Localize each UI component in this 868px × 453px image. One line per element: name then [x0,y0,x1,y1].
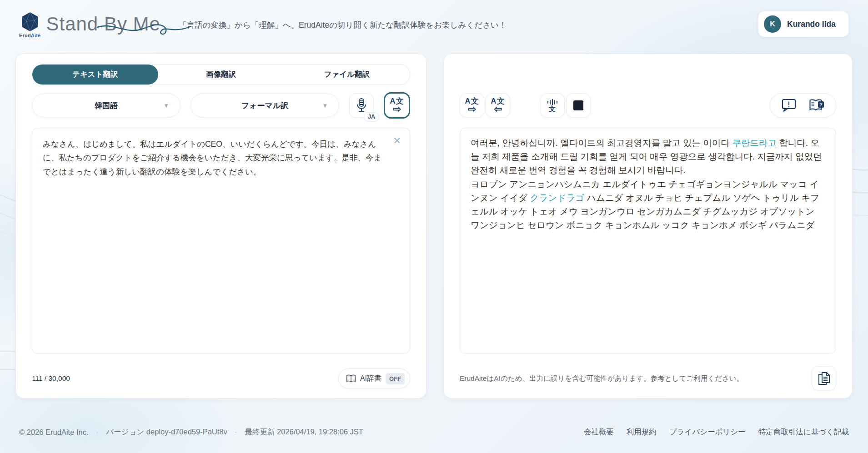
svg-text:?: ? [819,102,823,107]
guide-button[interactable]: ? [809,99,824,112]
copy-button[interactable] [812,366,836,391]
guide-book-icon: ? [809,99,824,112]
result-toolbar: A文 ⇨ A文 ⇦ [460,92,836,119]
source-text-area[interactable]: みなさん、はじめまして。私はエルダイトのCEO、いいだくらんどです。今日は、みな… [32,128,410,353]
tab-file-translate[interactable]: ファイル翻訳 [284,65,410,85]
chevron-down-icon: ▼ [322,102,328,109]
translate-forward-button[interactable]: A文 ⇨ [460,93,484,118]
logo: ErudAite Stand By Me [19,10,161,38]
source-panel: テキスト翻訳 画像翻訳 ファイル翻訳 韓国語 ▼ フォーマル訳 ▼ [15,54,426,398]
stop-button[interactable] [566,93,591,118]
dictionary-state-badge: OFF [386,373,405,384]
mic-language-badge: JA [364,112,379,121]
translation-output: 여러분, 안녕하십니까. 엘다이트의 최고경영자를 맡고 있는 이이다 쿠란드라… [460,128,836,353]
footer-link-privacy[interactable]: プライバシーポリシー [669,427,746,437]
tab-bar: テキスト翻訳 画像翻訳 ファイル翻訳 [32,64,410,85]
user-name: Kurando Iida [787,20,836,29]
ai-dictionary-toggle[interactable]: AI辞書 OFF [338,368,410,388]
translation-style-select[interactable]: フォーマル訳 ▼ [191,94,339,117]
app: ErudAite Stand By Me 「言語の変換」から「理解」へ。Erud… [0,0,868,453]
footer-link-terms[interactable]: 利用規約 [627,427,657,437]
logo-hexagon-icon [20,11,40,32]
tagline: 「言語の変換」から「理解」へ。ErudAiteの切り開く新たな翻訳体験をお楽しみ… [179,20,507,30]
feedback-bubble-icon [782,99,796,112]
avatar: K [764,15,781,33]
translate-forward-icon: A文 ⇨ [465,97,479,114]
translated-text: 여러분, 안녕하십니까. 엘다이트의 최고경영자를 맡고 있는 이이다 쿠란드라… [471,136,825,177]
app-title: Stand By Me [46,13,160,35]
highlighted-reading: クランドラゴ [530,193,585,203]
footer: © 2026 ErudAite Inc. · バージョン deploy-d70e… [0,418,868,453]
version: バージョン deploy-d70ed59-PaUt8v [106,427,227,437]
tab-text-translate[interactable]: テキスト翻訳 [32,65,158,85]
target-language-select[interactable]: 韓国語 ▼ [32,94,181,117]
clear-text-button[interactable]: ✕ [393,135,401,146]
feedback-button[interactable] [782,99,796,112]
brand-name: ErudAite [19,33,40,38]
translate-button[interactable]: A文 ⇨ [384,92,410,119]
translate-back-button[interactable]: A文 ⇦ [486,93,510,118]
book-icon [346,374,356,383]
copy-icon [818,371,830,386]
microphone-icon [356,98,367,113]
header: ErudAite Stand By Me 「言語の変換」から「理解」へ。Erud… [0,0,868,48]
char-count: 111 / 30,000 [32,374,70,383]
chevron-down-icon: ▼ [163,102,169,109]
translate-icon: A文 ⇨ [390,97,404,114]
footer-link-commercial-law[interactable]: 特定商取引法に基づく記載 [758,427,849,437]
ai-disclaimer: ErudAiteはAIのため、出力に誤りを含む可能性があります。参考としてご利用… [460,374,743,383]
result-actions: ? [770,93,836,118]
source-text: みなさん、はじめまして。私はエルダイトのCEO、いいだくらんどです。今日は、みな… [43,137,386,179]
controls-row: 韓国語 ▼ フォーマル訳 ▼ JA [32,92,410,119]
stop-icon [573,100,583,110]
pronunciation-text: ヨロブン アンニョンハシムニカ エルダイトゥエ チェゴギョンヨンジャルル マッコ… [471,177,825,232]
speech-playback-button[interactable]: 文 [540,93,565,118]
mic-button[interactable]: JA [349,93,374,118]
footer-link-company[interactable]: 会社概要 [584,427,614,437]
user-menu[interactable]: K Kurando Iida [758,11,849,37]
main-content: テキスト翻訳 画像翻訳 ファイル翻訳 韓国語 ▼ フォーマル訳 ▼ [15,54,853,398]
copyright: © 2026 ErudAite Inc. [19,428,89,437]
speech-waveform-icon: 文 [547,99,558,112]
tab-image-translate[interactable]: 画像翻訳 [158,65,284,85]
last-updated: 最終更新 2026/04/19, 19:28:06 JST [245,427,363,437]
translate-back-icon: A文 ⇦ [491,97,505,114]
highlighted-term: 쿠란드라고 [732,138,777,148]
result-panel: A文 ⇨ A文 ⇦ [443,54,853,398]
